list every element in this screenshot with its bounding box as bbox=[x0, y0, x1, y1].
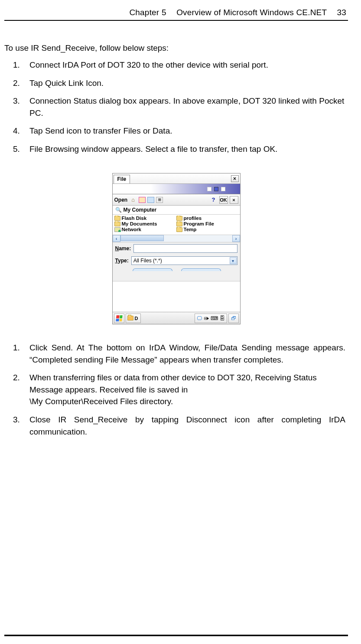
folder-icon bbox=[114, 216, 120, 221]
type-label: Type: bbox=[115, 258, 129, 264]
open-label: Open bbox=[114, 197, 128, 203]
close-button[interactable]: × bbox=[231, 175, 239, 182]
name-input[interactable] bbox=[133, 244, 237, 253]
menu-file[interactable]: File bbox=[114, 175, 130, 183]
file-item[interactable]: Network bbox=[114, 227, 176, 232]
file-item[interactable]: Temp bbox=[176, 227, 238, 232]
close-icon[interactable]: × bbox=[230, 196, 238, 204]
name-row: Name: bbox=[113, 242, 240, 255]
file-label: Temp bbox=[184, 227, 197, 232]
type-value: All Files (*.*) bbox=[133, 258, 162, 264]
location-breadcrumb[interactable]: 🔍 My Computer bbox=[113, 206, 240, 215]
file-label: Network bbox=[122, 227, 141, 232]
breadcrumb-label: My Computer bbox=[124, 207, 157, 213]
file-label: My Documents bbox=[122, 221, 157, 226]
steps-list-2: Click Send. At The bottom on IrDA Window… bbox=[4, 342, 348, 438]
button-slice[interactable] bbox=[133, 268, 172, 271]
page-header: Chapter 5 Overview of Microsoft Windows … bbox=[4, 8, 348, 21]
screenshot-figure: File × Open ⌂ ≡ ? OK × 🔍 bbox=[112, 173, 241, 324]
page: Chapter 5 Overview of Microsoft Windows … bbox=[0, 0, 361, 644]
file-item[interactable]: Program File bbox=[176, 221, 238, 226]
folder-icon bbox=[176, 222, 182, 226]
tray-network-icon[interactable]: 🕪 bbox=[204, 315, 209, 321]
horizontal-scrollbar[interactable]: ‹ › bbox=[113, 235, 240, 242]
tray-keyboard-icon[interactable]: ⌨ bbox=[211, 315, 218, 321]
view-list-icon[interactable]: ≡ bbox=[156, 197, 163, 203]
start-button[interactable] bbox=[114, 314, 124, 323]
windows-logo-icon bbox=[116, 315, 122, 321]
view-icons-icon[interactable] bbox=[147, 197, 154, 203]
folder-icon bbox=[176, 216, 182, 221]
network-icon bbox=[114, 227, 120, 232]
deco-square-icon bbox=[207, 187, 211, 191]
step-item: Connection Status dialog box appears. In… bbox=[29, 95, 345, 119]
deco-square-icon bbox=[214, 187, 218, 191]
scroll-thumb[interactable] bbox=[120, 235, 164, 241]
scroll-right-icon[interactable]: › bbox=[232, 235, 240, 242]
new-folder-icon[interactable] bbox=[139, 197, 146, 203]
file-label: Flash Disk bbox=[122, 216, 147, 221]
magnifier-icon: 🔍 bbox=[115, 207, 122, 213]
dialog-buttons-row bbox=[113, 267, 240, 281]
blank-area bbox=[113, 281, 240, 312]
folder-icon bbox=[114, 222, 120, 226]
deco-square-icon bbox=[221, 187, 225, 191]
intro-text: To use IR Send_Receive, follow below ste… bbox=[4, 43, 348, 53]
step-item: When transferring files or data from oth… bbox=[29, 372, 345, 408]
gradient-bar bbox=[113, 184, 240, 194]
file-item[interactable]: Flash Disk bbox=[114, 216, 176, 221]
steps-list-1: Connect IrDA Port of DOT 320 to the othe… bbox=[4, 59, 348, 155]
page-number: 33 bbox=[329, 8, 346, 17]
show-desktop-button[interactable]: 🗗 bbox=[228, 314, 239, 323]
step-item: Connect IrDA Port of DOT 320 to the othe… bbox=[29, 59, 345, 71]
taskbar: D 🖵 🕪 ⌨ 🗄 🗗 bbox=[113, 312, 240, 324]
step-item: File Browsing window appears. Select a f… bbox=[29, 143, 345, 155]
scroll-left-icon[interactable]: ‹ bbox=[113, 235, 120, 242]
type-select[interactable]: All Files (*.*) ▾ bbox=[131, 256, 237, 265]
scroll-track[interactable] bbox=[120, 235, 232, 242]
button-slice[interactable] bbox=[181, 268, 221, 271]
window-titlebar: File × bbox=[113, 173, 240, 184]
step-item: Close IR Send_Receive by tapping Disconn… bbox=[29, 414, 345, 438]
folder-icon bbox=[127, 316, 133, 320]
step-item: Tap Send icon to transfer Files or Data. bbox=[29, 125, 345, 137]
dialog-toolbar: Open ⌂ ≡ ? OK × bbox=[113, 194, 240, 206]
footer-rule bbox=[4, 634, 348, 636]
tray-device-icon[interactable]: 🗄 bbox=[220, 315, 225, 321]
up-folder-icon[interactable]: ⌂ bbox=[129, 196, 137, 204]
figure-wrap: File × Open ⌂ ≡ ? OK × 🔍 bbox=[4, 173, 348, 324]
chapter-title: Overview of Microsoft Windows CE.NET bbox=[169, 8, 327, 17]
mnemonic: N bbox=[115, 245, 119, 252]
file-item[interactable]: profiles bbox=[176, 216, 238, 221]
name-label: Name: bbox=[115, 245, 131, 252]
file-label: Program File bbox=[184, 221, 214, 226]
folder-icon bbox=[176, 227, 182, 232]
help-icon[interactable]: ? bbox=[210, 196, 218, 204]
label-text: ame: bbox=[119, 245, 131, 252]
file-item[interactable]: My Documents bbox=[114, 221, 176, 226]
file-list: Flash Disk profiles My Documents Program… bbox=[113, 215, 240, 235]
step-item: Click Send. At The bottom on IrDA Window… bbox=[29, 342, 345, 366]
chevron-down-icon[interactable]: ▾ bbox=[230, 257, 237, 264]
label-text: ype: bbox=[118, 258, 129, 264]
chapter-label: Chapter 5 bbox=[129, 8, 166, 17]
tray-monitor-icon[interactable]: 🖵 bbox=[197, 315, 202, 321]
task-label: D bbox=[135, 316, 138, 321]
system-tray[interactable]: 🖵 🕪 ⌨ 🗄 bbox=[195, 314, 227, 323]
step-item: Tap Quick Link Icon. bbox=[29, 77, 345, 89]
type-row: Type: All Files (*.*) ▾ bbox=[113, 255, 240, 267]
taskbar-item[interactable]: D bbox=[126, 314, 141, 323]
ok-button[interactable]: OK bbox=[219, 196, 228, 204]
file-label: profiles bbox=[184, 216, 202, 221]
